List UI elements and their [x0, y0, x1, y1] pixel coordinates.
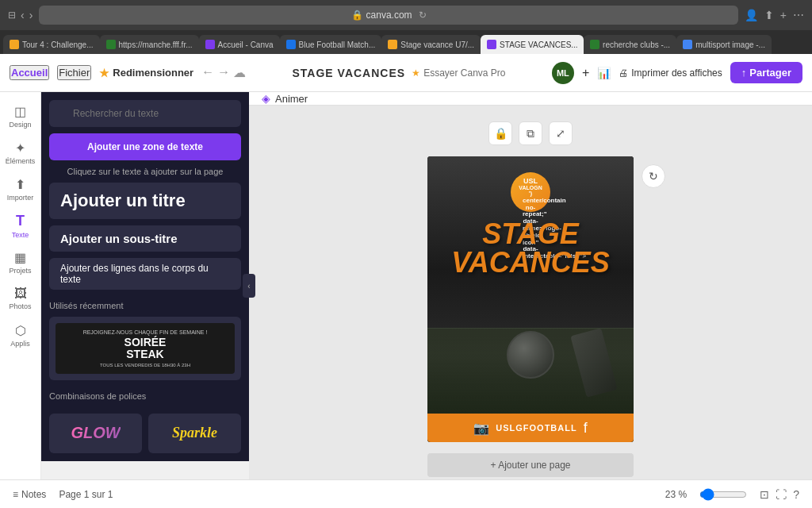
canvas-tools: 🔒 ⧉ ⤢ — [488, 121, 573, 145]
tab-6[interactable]: recherche clubs -... — [584, 35, 676, 54]
tab-favicon-3 — [286, 40, 296, 49]
animate-icon: ◈ — [262, 92, 270, 105]
sidebar-item-photos[interactable]: 🖼 Photos — [3, 281, 38, 316]
icon-rail: ◫ Design ✦ Éléments ⬆ Importer T Texte ▦… — [0, 92, 41, 479]
recent-template-soiree[interactable]: REJOIGNEZ-NOUS CHAQUE FIN DE SEMAINE ! S… — [49, 317, 241, 380]
back-btn[interactable]: ‹ — [21, 9, 25, 21]
poster-stage-text: STAGE — [451, 220, 609, 248]
tab-7[interactable]: multisport image -... — [676, 35, 772, 54]
notes-icon: ≡ — [13, 489, 18, 500]
logo-line1: USL — [523, 178, 538, 185]
undo-btn[interactable]: ← — [201, 65, 214, 80]
window-menu-icon[interactable]: ⊟ — [8, 10, 16, 21]
resize-icon: ★ — [99, 67, 109, 79]
star-icon: ★ — [412, 67, 420, 79]
add-body-button[interactable]: Ajouter des lignes dans le corps du text… — [49, 258, 241, 290]
glow-text: GLOW — [71, 424, 120, 442]
sidebar-item-design[interactable]: ◫ Design — [3, 98, 38, 133]
sidebar-item-elements[interactable]: ✦ Éléments — [3, 135, 38, 170]
tab-0[interactable]: Tour 4 : Challenge... — [3, 35, 100, 54]
resize-button[interactable]: ★ Redimensionner — [99, 67, 193, 79]
file-button[interactable]: Fichier — [57, 65, 91, 80]
sidebar-item-import[interactable]: ⬆ Importer — [3, 171, 38, 206]
search-wrapper: 🔍 — [49, 100, 241, 127]
address-bar[interactable]: 🔒 canva.com ↻ — [39, 6, 737, 25]
tab-label-4: Stage vacance U7/... — [400, 40, 474, 49]
avatar[interactable]: ML — [552, 62, 574, 84]
new-tab-icon[interactable]: + — [780, 9, 787, 21]
panel-collapse-handle[interactable]: ‹ — [243, 274, 255, 298]
projects-icon: ▦ — [14, 250, 26, 265]
soiree-main-text: SOIRÉE STEAK — [62, 337, 228, 361]
tab-favicon-6 — [590, 40, 599, 49]
add-collaborator-button[interactable]: + — [582, 66, 589, 80]
logo-content: USL VALOGN ') center/contain no-repeat;"… — [519, 178, 542, 206]
window-controls: ⊟ ‹ › — [8, 9, 33, 21]
page-info: Page 1 sur 1 — [59, 489, 113, 500]
recent-section-title: Utilisés récemment — [49, 301, 241, 310]
text-label: Texte — [12, 231, 29, 239]
sidebar-item-projets[interactable]: ▦ Projets — [3, 244, 38, 279]
hint-text: Cliquez sur le texte à ajouter sur la pa… — [49, 167, 241, 176]
lock-tool-btn[interactable]: 🔒 — [488, 121, 512, 145]
design-icon: ◫ — [14, 104, 26, 119]
redo-btn[interactable]: → — [217, 65, 230, 80]
forward-btn[interactable]: › — [29, 9, 33, 21]
expand-tool-btn[interactable]: ⤢ — [549, 121, 573, 145]
text-icon: T — [16, 213, 25, 229]
tab-3[interactable]: Blue Football Match... — [280, 35, 382, 54]
reload-icon[interactable]: ↻ — [419, 10, 427, 21]
add-subtitle-button[interactable]: Ajouter un sous-titre — [49, 225, 241, 252]
copy-tool-btn[interactable]: ⧉ — [519, 121, 542, 145]
notes-label: Notes — [21, 489, 46, 500]
document-title[interactable]: STAGE VACANCES — [293, 67, 406, 79]
url-text: canva.com — [366, 10, 412, 21]
zoom-slider[interactable] — [699, 488, 747, 501]
poster-logo: USL VALOGN ') center/contain no-repeat;"… — [511, 172, 550, 212]
soiree-line2: STEAK — [62, 348, 228, 360]
share-browser-icon[interactable]: ⬆ — [764, 9, 774, 21]
poster[interactable]: USL VALOGN ') center/contain no-repeat;"… — [427, 156, 634, 442]
toolbar-left: Accueil Fichier ★ Redimensionner ← → ☁ — [10, 65, 246, 80]
tab-label-7: multisport image -... — [695, 40, 765, 49]
fit-screen-icon[interactable]: ⊡ — [760, 488, 769, 501]
app-body: ◫ Design ✦ Éléments ⬆ Importer T Texte ▦… — [0, 92, 812, 479]
home-button[interactable]: Accueil — [10, 65, 49, 80]
save-cloud-btn[interactable]: ☁ — [233, 65, 246, 80]
print-button[interactable]: 🖨 Imprimer des affiches — [619, 67, 722, 79]
share-button[interactable]: ↑ Partager — [730, 62, 802, 83]
tab-label-2: Accueil - Canva — [218, 40, 274, 49]
tab-favicon-1 — [106, 40, 116, 49]
add-text-zone-button[interactable]: Ajouter une zone de texte — [49, 133, 241, 160]
try-pro-button[interactable]: ★ Essayer Canva Pro — [412, 67, 505, 79]
analytics-icon[interactable]: 📊 — [597, 67, 611, 79]
help-icon[interactable]: ? — [793, 488, 799, 501]
account-icon[interactable]: 👤 — [745, 9, 758, 21]
sparkle-text: Sparkle — [172, 425, 217, 441]
add-title-button[interactable]: Ajouter un titre — [49, 183, 241, 219]
tab-2[interactable]: Accueil - Canva — [199, 35, 280, 54]
browser-actions: 👤 ⬆ + ⋯ — [745, 9, 804, 21]
sidebar-item-applis[interactable]: ⬡ Applis — [3, 318, 38, 352]
zoom-level: 23 % — [665, 489, 687, 500]
sidebar-item-texte[interactable]: T Texte — [3, 208, 38, 243]
bottom-right-icons: ⊡ ⛶ ? — [760, 488, 799, 501]
notes-button[interactable]: ≡ Notes — [13, 489, 46, 500]
glow-combo[interactable]: GLOW — [49, 414, 142, 453]
animate-button[interactable]: Animer — [275, 93, 308, 105]
add-page-button[interactable]: + Ajouter une page — [427, 453, 634, 477]
soiree-line1: SOIRÉE — [62, 337, 228, 348]
tab-4[interactable]: Stage vacance U7/... — [381, 35, 481, 54]
browser-chrome: ⊟ ‹ › 🔒 canva.com ↻ 👤 ⬆ + ⋯ — [0, 0, 812, 30]
refresh-tool-btn[interactable]: ↻ — [642, 164, 665, 188]
photos-icon: 🖼 — [14, 287, 27, 301]
fullscreen-icon[interactable]: ⛶ — [776, 488, 787, 501]
poster-footer: 📷 USLGFOOTBALL f — [427, 414, 634, 442]
tab-label-3: Blue Football Match... — [299, 40, 376, 49]
extensions-icon[interactable]: ⋯ — [793, 9, 804, 21]
search-input[interactable] — [49, 100, 241, 127]
sparkle-combo[interactable]: Sparkle — [148, 414, 241, 453]
design-label: Design — [9, 121, 31, 129]
tab-1[interactable]: https://manche.fff.fr... — [100, 35, 199, 54]
tab-5[interactable]: STAGE VACANCES... — [481, 35, 584, 54]
